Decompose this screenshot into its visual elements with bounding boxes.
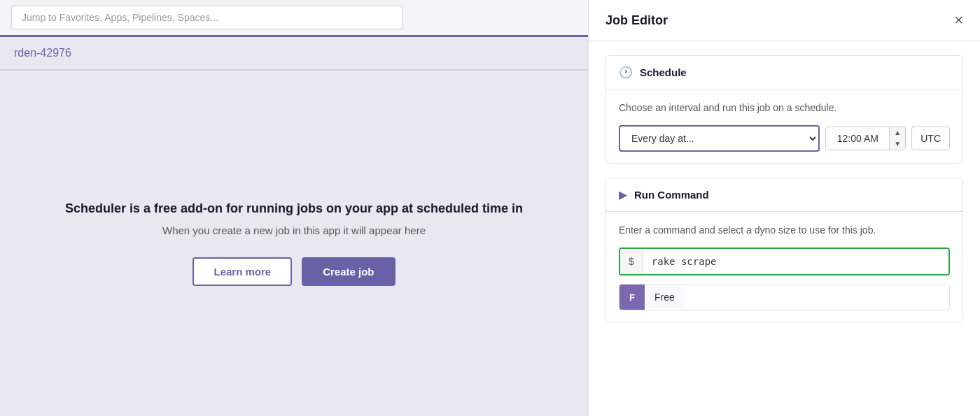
clock-icon: 🕐 xyxy=(619,66,633,79)
dyno-badge: F xyxy=(620,285,645,310)
command-input[interactable] xyxy=(643,249,948,274)
button-group: Learn more Create job xyxy=(192,257,395,286)
left-panel: Jump to Favorites, Apps, Pipelines, Spac… xyxy=(0,0,588,416)
scheduler-title: Scheduler is a free add-on for running j… xyxy=(65,201,523,216)
scheduler-subtitle: When you create a new job in this app it… xyxy=(162,224,426,236)
timezone-label: UTC xyxy=(911,127,950,150)
schedule-description: Choose an interval and run this job on a… xyxy=(619,101,950,115)
search-placeholder: Jump to Favorites, Apps, Pipelines, Spac… xyxy=(22,12,218,23)
close-button[interactable]: × xyxy=(954,13,963,28)
learn-more-button[interactable]: Learn more xyxy=(192,257,292,286)
dyno-label: Free xyxy=(645,286,685,308)
job-editor-panel: Job Editor × 🕐 Schedule Choose an interv… xyxy=(588,0,980,416)
time-down-button[interactable]: ▼ xyxy=(890,138,905,150)
time-input[interactable] xyxy=(826,127,889,150)
dollar-sign: $ xyxy=(620,249,643,274)
main-content: Scheduler is a free add-on for running j… xyxy=(0,71,588,416)
job-editor-header: Job Editor × xyxy=(589,0,980,41)
schedule-section-title: Schedule xyxy=(640,66,687,78)
command-input-row: $ xyxy=(619,248,950,275)
run-command-section-body: Enter a command and select a dyno size t… xyxy=(606,212,962,322)
search-bar-wrapper: Jump to Favorites, Apps, Pipelines, Spac… xyxy=(0,0,588,37)
schedule-controls: Every day at... Every hour at... Every 1… xyxy=(619,125,950,152)
schedule-section-body: Choose an interval and run this job on a… xyxy=(606,89,962,163)
run-command-section-card: ▶ Run Command Enter a command and select… xyxy=(606,178,963,322)
time-input-group: ▲ ▼ xyxy=(825,127,906,150)
time-up-button[interactable]: ▲ xyxy=(890,127,905,138)
job-editor-body: 🕐 Schedule Choose an interval and run th… xyxy=(589,41,980,336)
schedule-section-card: 🕐 Schedule Choose an interval and run th… xyxy=(606,55,963,164)
schedule-section-header: 🕐 Schedule xyxy=(606,56,962,89)
job-editor-title: Job Editor xyxy=(606,13,668,28)
run-command-description: Enter a command and select a dyno size t… xyxy=(619,223,950,238)
create-job-button[interactable]: Create job xyxy=(302,257,395,286)
run-command-section-header: ▶ Run Command xyxy=(606,178,962,212)
breadcrumb[interactable]: rden-42976 xyxy=(14,47,71,59)
time-spinners: ▲ ▼ xyxy=(889,127,905,150)
dyno-row: F Free xyxy=(619,284,950,310)
search-bar[interactable]: Jump to Favorites, Apps, Pipelines, Spac… xyxy=(11,6,403,29)
breadcrumb-area: rden-42976 xyxy=(0,37,588,70)
run-command-section-title: Run Command xyxy=(634,189,709,201)
terminal-icon: ▶ xyxy=(619,188,627,201)
interval-select[interactable]: Every day at... Every hour at... Every 1… xyxy=(619,125,820,152)
